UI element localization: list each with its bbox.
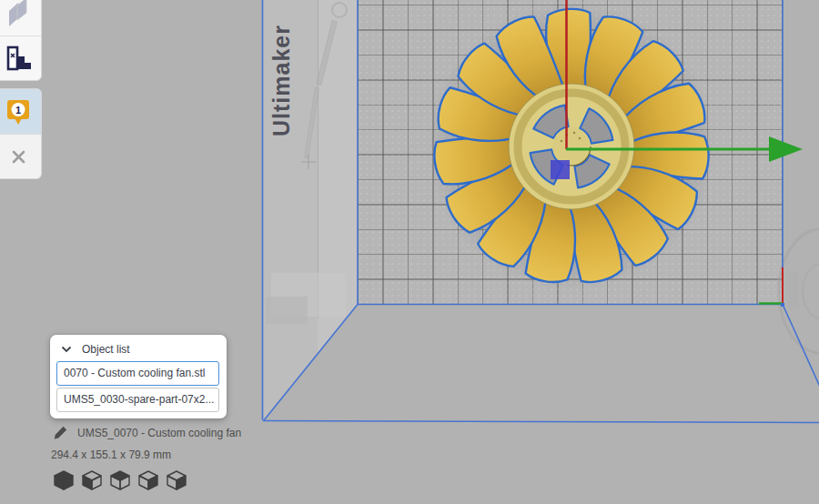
selected-model-row: UMS5_0070 - Custom cooling fan: [54, 426, 241, 439]
view-top-button[interactable]: [109, 470, 131, 490]
close-icon: [11, 149, 26, 165]
object-list-title: Object list: [82, 343, 130, 356]
object-list-panel: Object list 0070 - Custom cooling fan.st…: [50, 335, 227, 418]
object-list-item[interactable]: 0070 - Custom cooling fan.stl: [56, 361, 219, 386]
close-tool-button[interactable]: [0, 134, 41, 178]
toolbar-group-bottom: 1: [0, 88, 42, 179]
model-dimensions: 294.4 x 155.1 x 79.9 mm: [51, 449, 171, 461]
per-model-settings-icon: [5, 45, 32, 72]
object-list-item[interactable]: UMS5_0030-spare-part-07x2...: [56, 388, 219, 412]
marker-icon: 1: [4, 97, 33, 126]
mirror-tool-button[interactable]: [0, 0, 41, 35]
view-right-button[interactable]: [166, 470, 187, 490]
camera-view-buttons: [53, 470, 187, 490]
x-axis-arrowhead[interactable]: [769, 136, 803, 162]
marker-tool-button[interactable]: 1: [0, 89, 41, 134]
z-axis-handle[interactable]: [551, 160, 570, 179]
selected-model-name: UMS5_0070 - Custom cooling fan: [77, 427, 241, 439]
pencil-icon[interactable]: [54, 426, 67, 439]
crosshair-marker: [301, 155, 316, 169]
application-window: Ultimaker: [0, 0, 819, 504]
marker-badge: 1: [15, 104, 21, 115]
chevron-down-icon: [61, 346, 72, 353]
object-list-header[interactable]: Object list: [61, 343, 130, 356]
view-front-button[interactable]: [81, 470, 103, 490]
view-left-button[interactable]: [137, 470, 159, 490]
mirror-icon: [5, 0, 32, 29]
view-3d-button[interactable]: [53, 470, 75, 490]
spool-holder: [779, 229, 819, 353]
per-model-settings-button[interactable]: [0, 35, 41, 80]
toolbar-group-top: [0, 0, 42, 81]
hub-center: [552, 127, 591, 166]
